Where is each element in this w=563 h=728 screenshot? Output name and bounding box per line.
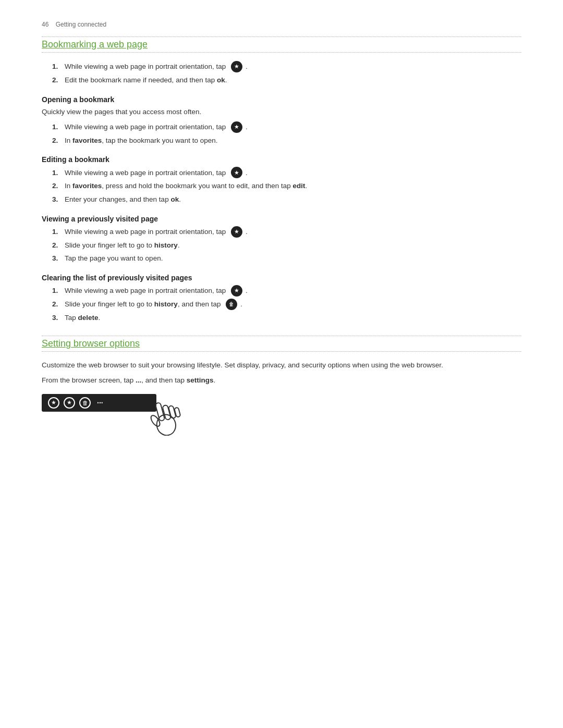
bookmarking-steps: 1. While viewing a web page in portrait …: [52, 61, 521, 86]
page-container: 46 Getting connected Bookmarking a web p…: [0, 0, 563, 443]
tap-hand-icon: [143, 394, 190, 437]
clearing-step-1: 1. While viewing a web page in portrait …: [52, 285, 521, 297]
viewing-previous-title: Viewing a previously visited page: [42, 215, 521, 223]
viewing-previous-steps: 1. While viewing a web page in portrait …: [52, 226, 521, 264]
viewing-step-2: 2. Slide your finger left to go to histo…: [52, 240, 521, 251]
page-section: Getting connected: [56, 21, 106, 28]
bar-icon-2: ★: [64, 397, 75, 409]
bar-dots: ···: [97, 399, 103, 407]
editing-step-1: 1. While viewing a web page in portrait …: [52, 167, 521, 178]
browser-bar: ★ ★ 🗑 ···: [42, 394, 156, 412]
bookmarking-underline: [42, 52, 521, 53]
viewing-step-3: 3. Tap the page you want to open.: [52, 253, 521, 264]
clearing-step-2: 2. Slide your finger left to go to histo…: [52, 299, 521, 310]
setting-browser-instruction: From the browser screen, tap ..., and th…: [42, 375, 521, 386]
opening-step-1: 1. While viewing a web page in portrait …: [52, 121, 521, 133]
bar-icon-1: ★: [48, 397, 59, 409]
page-number: 46: [42, 21, 48, 28]
viewing-step-1: 1. While viewing a web page in portrait …: [52, 226, 521, 238]
mid-divider: [42, 336, 521, 336]
editing-bookmark-steps: 1. While viewing a web page in portrait …: [52, 167, 521, 205]
svg-point-5: [149, 414, 162, 428]
bookmark-star-icon-1: ★: [231, 61, 242, 72]
editing-step-2: 2. In favorites, press and hold the book…: [52, 180, 521, 192]
open-star-icon-1: ★: [231, 121, 242, 133]
bar-icon-3: 🗑: [79, 397, 91, 409]
opening-bookmark-steps: 1. While viewing a web page in portrait …: [52, 121, 521, 146]
bookmarking-title: Bookmarking a web page: [42, 39, 521, 50]
clearing-step-3: 3. Tap delete.: [52, 312, 521, 324]
setting-browser-title: Setting browser options: [42, 338, 521, 349]
setting-browser-underline: [42, 351, 521, 352]
opening-step-2: 2. In favorites, tap the bookmark you wa…: [52, 135, 521, 146]
clearing-list-steps: 1. While viewing a web page in portrait …: [52, 285, 521, 324]
editing-bookmark-title: Editing a bookmark: [42, 155, 521, 164]
editing-step-3: 3. Enter your changes, and then tap ok.: [52, 194, 521, 205]
edit-star-icon-1: ★: [231, 167, 242, 178]
delete-icon: 🗑: [226, 299, 237, 310]
setting-browser-intro: Customize the web browser to suit your b…: [42, 360, 521, 371]
bookmarking-step-1: 1. While viewing a web page in portrait …: [52, 61, 521, 72]
clearing-list-title: Clearing the list of previously visited …: [42, 274, 521, 282]
bookmarking-step-2: 2. Edit the bookmark name if needed, and…: [52, 75, 521, 86]
opening-bookmark-intro: Quickly view the pages that you access m…: [42, 107, 521, 117]
clear-star-icon-1: ★: [231, 285, 242, 297]
top-divider: [42, 36, 521, 37]
opening-bookmark-title: Opening a bookmark: [42, 95, 521, 104]
browser-bar-illustration: ★ ★ 🗑 ···: [42, 394, 188, 412]
view-star-icon-1: ★: [231, 226, 242, 238]
page-header: 46 Getting connected: [42, 21, 521, 28]
